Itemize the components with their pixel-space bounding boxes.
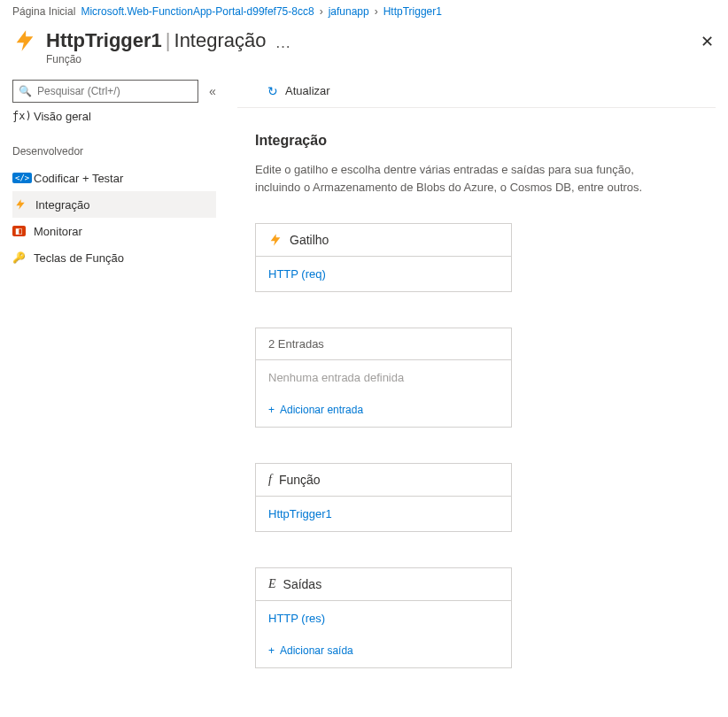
outputs-card-title: Saídas bbox=[283, 577, 322, 591]
function-bolt-icon bbox=[12, 28, 37, 53]
key-icon: 🔑 bbox=[12, 251, 34, 264]
add-input-button[interactable]: +Adicionar entrada bbox=[256, 395, 511, 427]
breadcrumb-item-1[interactable]: jafunapp bbox=[329, 5, 369, 18]
content-title: Integração bbox=[255, 133, 707, 149]
breadcrumb-item-0[interactable]: Microsoft.Web-FunctionApp-Portal-d99fef7… bbox=[81, 5, 314, 18]
main-panel: ↻ Atualizar Integração Edite o gatilho e… bbox=[228, 74, 728, 704]
sidebar-item-label: Integração bbox=[35, 198, 89, 212]
toolbar: ↻ Atualizar bbox=[237, 74, 716, 108]
outputs-card-header: E Saídas bbox=[256, 568, 511, 601]
breadcrumb-item-2[interactable]: HttpTrigger1 bbox=[383, 5, 442, 18]
plus-icon: + bbox=[268, 404, 275, 416]
trigger-link[interactable]: HTTP (req) bbox=[268, 267, 326, 281]
refresh-icon: ↻ bbox=[267, 84, 278, 98]
page-title-name: HttpTrigger1 bbox=[46, 29, 162, 51]
function-link[interactable]: HttpTrigger1 bbox=[268, 507, 332, 520]
inputs-card-header: 2 Entradas bbox=[256, 328, 511, 360]
add-input-label: Adicionar entrada bbox=[280, 404, 363, 416]
content-description: Edite o gatilho e escolha dentre várias … bbox=[255, 161, 671, 197]
collapse-sidebar-button[interactable]: « bbox=[205, 84, 220, 98]
function-card-header: f Função bbox=[256, 464, 511, 497]
page-title-mode: Integração bbox=[174, 29, 267, 51]
sidebar-item-code-test[interactable]: </> Codificar + Testar bbox=[12, 165, 228, 191]
sidebar: 🔍 « ƒx) Visão geral Desenvolvedor </> Co… bbox=[0, 74, 228, 704]
fx-icon: ƒx) bbox=[12, 110, 34, 122]
chevron-right-icon: › bbox=[318, 5, 325, 18]
sidebar-group-developer: Desenvolvedor bbox=[12, 145, 228, 158]
trigger-card: Gatilho HTTP (req) bbox=[255, 223, 512, 292]
refresh-label: Atualizar bbox=[285, 84, 330, 97]
inputs-empty-text: Nenhuma entrada definida bbox=[268, 371, 404, 384]
inputs-card: 2 Entradas Nenhuma entrada definida +Adi… bbox=[255, 328, 512, 428]
search-input[interactable] bbox=[37, 85, 192, 97]
search-input-wrap[interactable]: 🔍 bbox=[12, 80, 198, 103]
content-area: Integração Edite o gatilho e escolha den… bbox=[228, 108, 716, 668]
search-icon: 🔍 bbox=[19, 85, 32, 97]
function-f-icon: f bbox=[268, 473, 272, 487]
refresh-button[interactable]: ↻ Atualizar bbox=[267, 84, 330, 98]
trigger-card-title: Gatilho bbox=[290, 233, 329, 247]
page-header: HttpTrigger1|Integração … Função ✕ bbox=[0, 21, 728, 74]
more-actions-button[interactable]: … bbox=[275, 34, 292, 52]
bolt-icon bbox=[14, 198, 35, 211]
add-output-label: Adicionar saída bbox=[280, 644, 353, 657]
sidebar-item-overview[interactable]: ƒx) Visão geral bbox=[12, 103, 228, 129]
sidebar-item-integration[interactable]: Integração bbox=[12, 191, 216, 218]
sidebar-item-label: Visão geral bbox=[34, 110, 91, 123]
add-output-button[interactable]: +Adicionar saída bbox=[256, 636, 511, 667]
breadcrumb-home[interactable]: Página Inicial bbox=[12, 5, 75, 18]
sidebar-item-function-keys[interactable]: 🔑 Teclas de Função bbox=[12, 244, 228, 271]
bolt-icon bbox=[268, 233, 283, 247]
outputs-link[interactable]: HTTP (res) bbox=[268, 612, 325, 625]
page-subtitle: Função bbox=[46, 53, 292, 66]
trigger-card-header: Gatilho bbox=[256, 224, 511, 257]
page-title: HttpTrigger1|Integração bbox=[46, 28, 266, 53]
outputs-card: E Saídas HTTP (res) +Adicionar saída bbox=[255, 567, 512, 668]
breadcrumb: Página Inicial Microsoft.Web-FunctionApp… bbox=[0, 0, 728, 21]
sidebar-item-label: Codificar + Testar bbox=[34, 172, 123, 185]
function-card-title: Função bbox=[279, 473, 321, 487]
chevron-right-icon: › bbox=[373, 5, 380, 18]
function-card: f Função HttpTrigger1 bbox=[255, 463, 512, 532]
sidebar-item-monitor[interactable]: ◧ Monitorar bbox=[12, 218, 228, 244]
sidebar-item-label: Monitorar bbox=[34, 225, 82, 238]
close-button[interactable]: ✕ bbox=[701, 34, 714, 50]
outputs-e-icon: E bbox=[268, 577, 276, 591]
monitor-icon: ◧ bbox=[12, 226, 34, 236]
sidebar-item-label: Teclas de Função bbox=[34, 251, 124, 265]
inputs-card-title: 2 Entradas bbox=[268, 337, 324, 351]
plus-icon: + bbox=[268, 644, 275, 657]
code-icon: </> bbox=[12, 173, 34, 183]
